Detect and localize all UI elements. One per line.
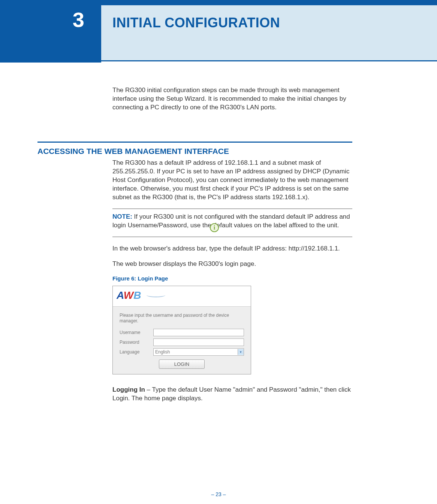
login-page-intro: The web browser displays the RG300's log… xyxy=(112,260,352,268)
section-rule xyxy=(37,142,352,143)
chapter-number: 3 xyxy=(73,7,84,32)
language-value: English xyxy=(155,349,170,355)
note-rule-bottom xyxy=(112,237,352,237)
logging-in-text: – Type the default User Name "admin" and… xyxy=(112,386,351,402)
password-row: Password xyxy=(120,338,244,346)
note-rule-top xyxy=(112,209,352,209)
logo-letter-w: W xyxy=(124,289,133,301)
browser-instruction: In the web browser's address bar, type t… xyxy=(112,245,352,253)
intro-paragraph: The RG300 initial configuration steps ca… xyxy=(112,86,352,112)
chevron-down-icon: ▾ xyxy=(238,349,244,355)
chapter-number-box: 3 xyxy=(0,0,101,63)
login-figure: AWB Please input the username and passwo… xyxy=(112,286,251,375)
password-input[interactable] xyxy=(153,338,244,346)
username-row: Username xyxy=(120,329,244,336)
section1-content: The RG300 has a default IP address of 19… xyxy=(112,159,352,410)
note-paragraph: NOTE: If your RG300 unit is not configur… xyxy=(112,213,352,230)
figure-caption: Figure 6: Login Page xyxy=(112,275,352,282)
language-row: Language English ▾ xyxy=(120,348,244,356)
login-figure-header: AWB xyxy=(113,286,251,307)
note-label: NOTE: xyxy=(112,213,132,220)
logging-in-label: Logging In xyxy=(112,386,145,393)
login-instruction: Please input the username and password o… xyxy=(120,313,244,324)
section1-p1: The RG300 has a default IP address of 19… xyxy=(112,159,352,202)
logging-in-paragraph: Logging In – Type the default User Name … xyxy=(112,386,352,403)
login-figure-body: Please input the username and password o… xyxy=(113,307,251,374)
page-number: – 23 – xyxy=(0,491,437,497)
password-label: Password xyxy=(120,339,153,345)
login-button-row: LOGIN xyxy=(120,359,244,369)
language-label: Language xyxy=(120,349,153,355)
language-select[interactable]: English ▾ xyxy=(153,348,244,356)
note-text: If your RG300 unit is not configured wit… xyxy=(112,213,350,229)
chapter-title: INITIAL CONFIGURATION xyxy=(112,15,280,31)
username-input[interactable] xyxy=(153,329,244,336)
info-icon: i xyxy=(210,223,219,232)
logo: AWB xyxy=(117,289,141,301)
logo-swoosh xyxy=(147,293,165,297)
username-label: Username xyxy=(120,330,153,336)
logo-letter-b: B xyxy=(133,289,141,301)
section-heading: ACCESSING THE WEB MANAGEMENT INTERFACE xyxy=(37,147,352,156)
body-content: The RG300 initial configuration steps ca… xyxy=(112,86,352,119)
logo-letter-a: A xyxy=(117,289,124,301)
login-button[interactable]: LOGIN xyxy=(159,359,205,369)
